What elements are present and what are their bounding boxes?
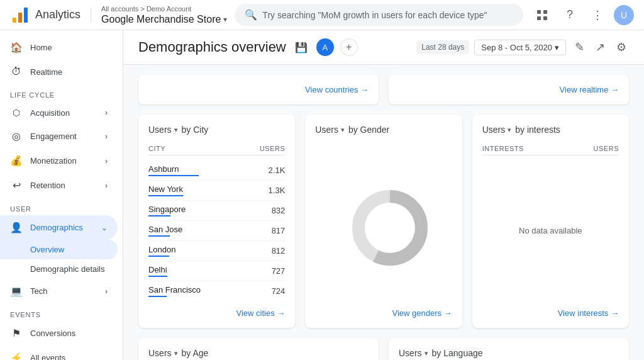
share-button[interactable]: ✎: [572, 38, 587, 57]
age-card-title: Users ▾ by Age: [148, 348, 369, 358]
sidebar-item-engagement[interactable]: ◎ Engagement ›: [0, 124, 118, 149]
interests-card-title: Users ▾ by interests: [482, 125, 619, 135]
property-selector[interactable]: Google Merchandise Store ▾: [101, 14, 227, 25]
gender-card-title: Users ▾ by Gender: [315, 125, 452, 135]
svg-rect-2: [24, 8, 28, 23]
sidebar-subitem-overview[interactable]: Overview: [0, 240, 118, 259]
city-table-header: CITY USERS: [148, 142, 285, 155]
user-badge: A: [316, 38, 334, 56]
gender-donut-chart: [346, 184, 421, 259]
sidebar-item-acquisition[interactable]: ⬡ Acquisition ›: [0, 101, 118, 124]
monetization-expand-icon: ›: [105, 157, 108, 166]
view-cities-link[interactable]: View cities →: [236, 308, 286, 318]
help-icon: ?: [567, 8, 573, 21]
city-table-rows: Ashburn 2.1K New York 1.3K Singapore 832…: [148, 160, 285, 301]
app-name: Analytics: [35, 8, 80, 21]
more-icon: ⋮: [592, 8, 603, 22]
city-bar: [148, 215, 170, 217]
view-countries-card: View countries →: [138, 75, 379, 104]
view-genders-link[interactable]: View genders →: [392, 308, 452, 318]
three-col-cards: Users ▾ by City CITY USERS Ashburn 2.1K …: [138, 115, 629, 328]
no-data-message: No data available: [482, 160, 619, 301]
sidebar-item-retention[interactable]: ↩ Retention ›: [0, 173, 118, 198]
city-bar: [148, 195, 183, 196]
language-card-title: Users ▾ by Language: [399, 348, 619, 358]
acquisition-expand-icon: ›: [105, 108, 108, 117]
home-icon: 🏠: [10, 42, 23, 53]
interests-card-footer: View interests →: [482, 301, 619, 318]
view-realtime-link[interactable]: View realtime →: [560, 85, 619, 94]
search-bar[interactable]: 🔍 Try searching "MoM growth in users for…: [235, 4, 523, 26]
city-bar: [148, 235, 170, 237]
age-card-dropdown[interactable]: ▾: [174, 349, 178, 357]
acquisition-icon: ⬡: [10, 108, 23, 118]
svg-rect-6: [543, 16, 547, 20]
user-section-label: USER: [0, 198, 123, 215]
main-layout: 🏠 Home ⏱ Realtime LIFE CYCLE ⬡ Acquisiti…: [0, 30, 644, 360]
table-row: New York 1.3K: [148, 181, 285, 201]
nav-divider: [91, 8, 91, 23]
sidebar-item-conversions[interactable]: ⚑ Conversions: [0, 321, 118, 346]
date-range-label: Last 28 days: [416, 40, 469, 54]
apps-icon-button[interactable]: [531, 4, 553, 26]
conversions-icon: ⚑: [10, 327, 23, 339]
interests-table-header: INTERESTS USERS: [482, 142, 619, 155]
view-realtime-card: View realtime →: [389, 75, 629, 104]
page-title: Demographics overview: [138, 39, 286, 55]
events-section-label: EVENTS: [0, 303, 123, 321]
top-navigation: Analytics All accounts > Demo Account Go…: [0, 0, 644, 30]
logo-area: Analytics: [10, 5, 80, 25]
sidebar-item-all-events[interactable]: ⚡ All events: [0, 346, 118, 360]
table-row: London 812: [148, 241, 285, 261]
city-bar: [148, 276, 167, 277]
sidebar-item-realtime[interactable]: ⏱ Realtime: [0, 60, 118, 84]
main-content: Demographics overview 💾 A + Last 28 days…: [123, 30, 644, 360]
demographics-icon: 👤: [10, 222, 23, 233]
sidebar-item-demographics[interactable]: 👤 Demographics ⌄: [0, 215, 118, 240]
svg-rect-4: [543, 10, 547, 14]
city-card-title: Users ▾ by City: [148, 125, 285, 135]
more-settings-button[interactable]: ⚙: [614, 38, 629, 57]
breadcrumb-top: All accounts > Demo Account: [101, 5, 227, 13]
sidebar-item-home[interactable]: 🏠 Home: [0, 35, 118, 60]
top-cards-row: View countries → View realtime →: [138, 75, 629, 104]
city-card: Users ▾ by City CITY USERS Ashburn 2.1K …: [138, 115, 295, 328]
svg-rect-3: [537, 10, 541, 14]
page-header: Demographics overview 💾 A + Last 28 days…: [123, 30, 644, 65]
engagement-expand-icon: ›: [105, 132, 108, 141]
gender-card-footer: View genders →: [315, 301, 452, 318]
cards-section: View countries → View realtime → Users ▾…: [123, 65, 644, 360]
save-report-icon-button[interactable]: 💾: [292, 39, 310, 56]
city-bar: [148, 296, 167, 297]
interests-card-dropdown[interactable]: ▾: [508, 126, 511, 134]
sidebar-item-monetization[interactable]: 💰 Monetization ›: [0, 149, 118, 173]
retention-expand-icon: ›: [105, 181, 108, 190]
user-avatar[interactable]: U: [614, 5, 634, 25]
engagement-icon: ◎: [10, 130, 23, 142]
search-placeholder: Try searching "MoM growth in users for e…: [262, 10, 487, 20]
city-bar: [148, 175, 199, 176]
table-row: Delhi 727: [148, 261, 285, 281]
svg-rect-1: [18, 13, 22, 23]
date-dropdown-arrow: ▾: [555, 43, 559, 52]
gender-card-dropdown[interactable]: ▾: [341, 126, 345, 134]
svg-rect-0: [13, 18, 16, 23]
sidebar-subitem-demographic-details[interactable]: Demographic details: [0, 259, 118, 279]
table-row: Singapore 832: [148, 201, 285, 221]
analytics-logo-icon: [10, 5, 30, 25]
language-card-dropdown[interactable]: ▾: [425, 349, 428, 357]
date-selector[interactable]: Sep 8 - Oct 5, 2020 ▾: [474, 40, 566, 55]
city-bar: [148, 256, 169, 257]
help-icon-button[interactable]: ?: [558, 4, 581, 26]
export-button[interactable]: ↗: [593, 38, 608, 57]
nav-icons: ? ⋮ U: [531, 4, 634, 26]
city-card-dropdown[interactable]: ▾: [174, 126, 178, 134]
view-interests-link[interactable]: View interests →: [558, 308, 619, 318]
language-card: Users ▾ by Language: [389, 338, 629, 360]
sidebar: 🏠 Home ⏱ Realtime LIFE CYCLE ⬡ Acquisiti…: [0, 30, 123, 360]
sidebar-item-tech[interactable]: 💻 Tech ›: [0, 279, 118, 303]
more-options-button[interactable]: ⋮: [586, 4, 609, 26]
view-countries-link[interactable]: View countries →: [305, 85, 369, 94]
property-dropdown-arrow: ▾: [223, 15, 227, 24]
add-comparison-button[interactable]: +: [340, 38, 358, 56]
